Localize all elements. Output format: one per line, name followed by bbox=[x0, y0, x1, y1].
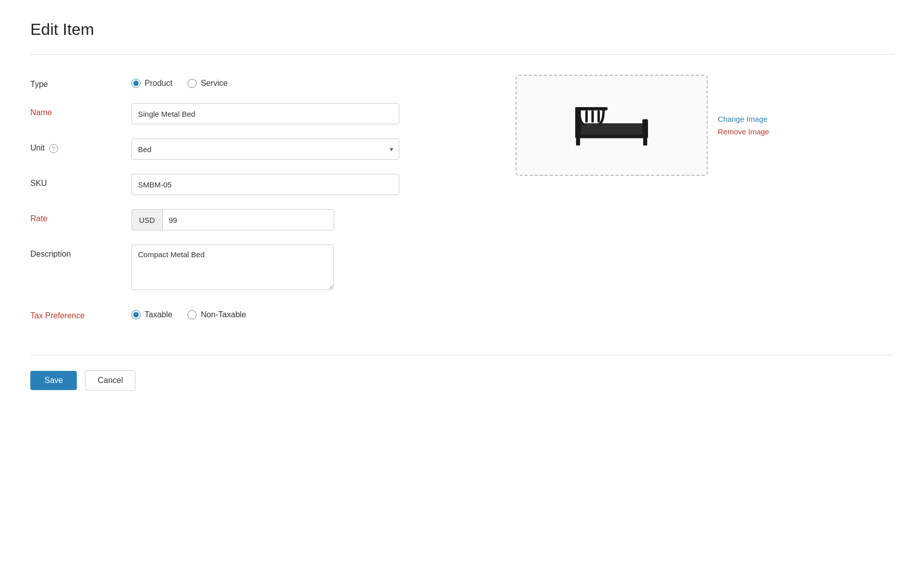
page-container: Edit Item Type Product Service bbox=[0, 0, 924, 576]
sku-row: SKU bbox=[30, 174, 485, 195]
unit-help-icon[interactable]: ? bbox=[49, 144, 58, 153]
svg-rect-1 bbox=[577, 123, 646, 134]
type-label: Type bbox=[30, 75, 131, 89]
image-actions: Change Image Remove Image bbox=[718, 115, 769, 136]
type-controls: Product Service bbox=[131, 75, 485, 88]
cancel-button[interactable]: Cancel bbox=[85, 370, 135, 391]
form-fields: Type Product Service bbox=[30, 75, 485, 334]
sku-label: SKU bbox=[30, 174, 131, 188]
image-section: Change Image Remove Image bbox=[516, 75, 769, 334]
rate-input[interactable] bbox=[162, 209, 334, 230]
image-container: Change Image Remove Image bbox=[516, 75, 769, 176]
description-input[interactable]: Compact Metal Bed bbox=[131, 245, 334, 290]
bottom-divider bbox=[30, 355, 894, 355]
product-radio-label: Product bbox=[145, 79, 172, 88]
rate-control: USD bbox=[131, 209, 485, 230]
save-button[interactable]: Save bbox=[30, 371, 77, 390]
svg-rect-7 bbox=[642, 119, 648, 135]
image-box bbox=[516, 75, 708, 176]
rate-label: Rate bbox=[30, 209, 131, 223]
tax-preference-row: Tax Preference Taxable Non-Taxable bbox=[30, 306, 485, 320]
bed-image bbox=[571, 95, 652, 156]
description-control: Compact Metal Bed bbox=[131, 245, 485, 292]
product-radio-option[interactable]: Product bbox=[131, 79, 172, 88]
rate-group: USD bbox=[131, 209, 485, 230]
service-radio-option[interactable]: Service bbox=[188, 79, 227, 88]
currency-badge: USD bbox=[131, 209, 162, 230]
unit-control: Bed Unit Piece ▾ bbox=[131, 138, 485, 160]
unit-row: Unit ? Bed Unit Piece ▾ bbox=[30, 138, 485, 160]
non-taxable-radio-option[interactable]: Non-Taxable bbox=[188, 310, 246, 319]
rate-row: Rate USD bbox=[30, 209, 485, 230]
service-radio-label: Service bbox=[201, 79, 227, 88]
name-row: Name bbox=[30, 103, 485, 124]
description-label: Description bbox=[30, 245, 131, 259]
taxable-radio-label: Taxable bbox=[145, 310, 172, 319]
name-label: Name bbox=[30, 103, 131, 117]
sku-input[interactable] bbox=[131, 174, 399, 195]
product-radio[interactable] bbox=[131, 79, 141, 88]
svg-rect-4 bbox=[585, 110, 588, 122]
taxable-radio[interactable] bbox=[131, 310, 141, 319]
type-radio-group: Product Service bbox=[131, 75, 485, 88]
svg-rect-8 bbox=[576, 137, 580, 146]
taxable-radio-option[interactable]: Taxable bbox=[131, 310, 172, 319]
svg-rect-9 bbox=[643, 137, 647, 146]
svg-rect-6 bbox=[597, 110, 600, 122]
description-row: Description Compact Metal Bed bbox=[30, 245, 485, 292]
name-input[interactable] bbox=[131, 103, 399, 124]
unit-select[interactable]: Bed Unit Piece bbox=[131, 138, 399, 160]
tax-radio-group: Taxable Non-Taxable bbox=[131, 306, 485, 319]
tax-preference-controls: Taxable Non-Taxable bbox=[131, 306, 485, 319]
button-row: Save Cancel bbox=[30, 370, 894, 391]
top-divider bbox=[30, 54, 894, 55]
sku-control bbox=[131, 174, 485, 195]
page-title: Edit Item bbox=[30, 20, 894, 39]
unit-label: Unit ? bbox=[30, 138, 131, 153]
service-radio[interactable] bbox=[188, 79, 197, 88]
non-taxable-radio[interactable] bbox=[188, 310, 197, 319]
remove-image-link[interactable]: Remove Image bbox=[718, 127, 769, 136]
form-layout: Type Product Service bbox=[30, 75, 894, 334]
name-control bbox=[131, 103, 485, 124]
non-taxable-radio-label: Non-Taxable bbox=[201, 310, 246, 319]
svg-rect-5 bbox=[591, 110, 594, 122]
unit-select-wrapper: Bed Unit Piece ▾ bbox=[131, 138, 399, 160]
change-image-link[interactable]: Change Image bbox=[718, 115, 769, 123]
type-row: Type Product Service bbox=[30, 75, 485, 89]
tax-preference-label: Tax Preference bbox=[30, 306, 131, 320]
